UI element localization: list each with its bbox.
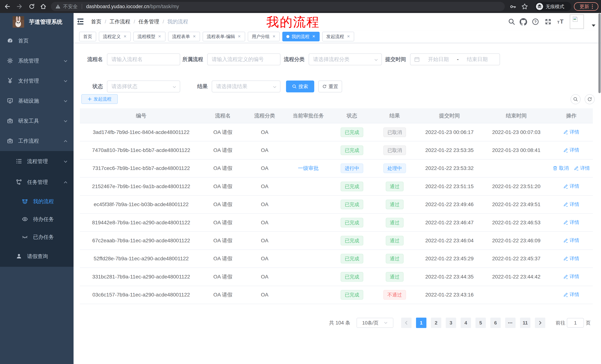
tag-tab[interactable]: 流程表单-编辑✕: [203, 32, 245, 41]
breadcrumb-item[interactable]: 工作流程: [110, 18, 130, 25]
url-host[interactable]: dashboard.yudao.iocoder.cn: [86, 4, 149, 10]
detail-link[interactable]: 详情: [563, 183, 579, 189]
sidebar-item-7[interactable]: 流程管理: [0, 151, 74, 172]
detail-link[interactable]: 详情: [563, 291, 579, 298]
sidebar-item-3[interactable]: 支付管理: [0, 71, 74, 91]
filter-label: 所属流程: [181, 56, 203, 63]
close-icon[interactable]: ✕: [347, 34, 350, 38]
prev-page-button[interactable]: [401, 318, 411, 328]
close-icon[interactable]: ✕: [312, 34, 315, 38]
start-date-placeholder[interactable]: 开始日期: [420, 56, 457, 63]
help-icon[interactable]: ?: [532, 18, 539, 25]
breadcrumb-item[interactable]: 首页: [91, 18, 101, 25]
next-page-button[interactable]: [535, 318, 545, 328]
category-select[interactable]: 请选择流程分类: [309, 53, 382, 65]
process-def-input[interactable]: 请输入流程定义的编号: [207, 53, 280, 65]
sidebar-item-4[interactable]: 基础设施: [0, 91, 74, 111]
browser-menu-icon[interactable]: [592, 4, 593, 9]
search-icon[interactable]: [508, 18, 515, 25]
page-button[interactable]: 1: [416, 318, 426, 328]
url-path[interactable]: /bpm/task/my: [149, 4, 179, 10]
reset-button[interactable]: 重置: [318, 80, 342, 92]
close-icon[interactable]: ✕: [238, 34, 241, 38]
avatar-dropdown-caret[interactable]: [592, 25, 595, 29]
close-icon[interactable]: ✕: [272, 34, 276, 38]
date-separator: -: [457, 56, 459, 62]
bookmark-star-icon[interactable]: [521, 3, 529, 10]
page-button[interactable]: 4: [461, 318, 471, 328]
result-select[interactable]: 请选择流结果: [212, 80, 280, 92]
sidebar-item-11[interactable]: 已办任务: [0, 228, 74, 246]
tag-tab[interactable]: 流程表单✕: [168, 32, 200, 41]
create-process-button[interactable]: 发起流程: [81, 94, 118, 104]
tag-tab[interactable]: 首页: [79, 32, 96, 41]
search-button[interactable]: 搜索: [286, 80, 314, 92]
page-button[interactable]: 5: [475, 318, 486, 328]
cell-status: 已完成: [331, 268, 373, 286]
detail-link[interactable]: 详情: [563, 201, 579, 208]
page-size-select[interactable]: 10条/页: [357, 318, 393, 328]
table-column-header: 状态: [331, 108, 373, 123]
detail-link[interactable]: 详情: [574, 165, 590, 172]
page-button[interactable]: 6: [490, 318, 501, 328]
table-search-toggle-button[interactable]: [571, 94, 581, 104]
detail-link[interactable]: 详情: [563, 273, 579, 280]
date-range-input[interactable]: 开始日期 - 结束日期: [410, 53, 500, 65]
forward-icon[interactable]: [16, 3, 23, 10]
filter-label: 状态: [92, 83, 103, 90]
sidebar-item-1[interactable]: 首页: [0, 31, 74, 51]
pagination-ellipsis[interactable]: •••: [505, 318, 516, 328]
cancel-link[interactable]: 取消: [553, 165, 569, 172]
task-link[interactable]: 一级审批: [298, 165, 319, 171]
back-icon[interactable]: [3, 3, 11, 10]
sidebar-item-10[interactable]: 待办任务: [0, 211, 74, 228]
cell-category: OA: [243, 177, 286, 195]
close-icon[interactable]: ✕: [158, 34, 161, 38]
detail-link[interactable]: 详情: [563, 237, 579, 244]
end-date-placeholder[interactable]: 结束日期: [459, 56, 496, 63]
sidebar-item-6[interactable]: 工作流程: [0, 131, 74, 151]
detail-link[interactable]: 详情: [563, 147, 579, 153]
tag-tab[interactable]: 流程模型✕: [133, 32, 165, 41]
fullscreen-icon[interactable]: [545, 18, 551, 25]
page-button[interactable]: 11: [520, 318, 531, 328]
password-key-icon[interactable]: [509, 3, 517, 10]
address-bar[interactable]: 不安全 dashboard.yudao.iocoder.cn/bpm/task/…: [51, 2, 505, 11]
reload-icon[interactable]: [28, 3, 36, 10]
tag-tab[interactable]: 用户分组✕: [248, 32, 280, 41]
sidebar-collapse-icon[interactable]: [77, 18, 84, 25]
process-name-input[interactable]: 请输入流程名: [107, 53, 180, 65]
breadcrumb-item[interactable]: 任务管理: [139, 18, 159, 25]
sidebar-item-2[interactable]: 系统管理: [0, 51, 74, 71]
detail-link[interactable]: 详情: [563, 219, 579, 226]
scrollbar-thumb[interactable]: [598, 13, 601, 93]
detail-link[interactable]: 详情: [563, 129, 579, 135]
cell-status: 已完成: [331, 286, 373, 304]
detail-link[interactable]: 详情: [563, 255, 579, 262]
sidebar-item-12[interactable]: 请假查询: [0, 246, 74, 267]
filter-label: 结果: [197, 83, 208, 90]
goto-page-input[interactable]: 1: [567, 318, 584, 328]
github-icon[interactable]: [520, 18, 527, 25]
browser-update-button[interactable]: 更新: [574, 2, 598, 11]
result-tag: 通过: [386, 272, 404, 282]
tag-tab[interactable]: 流程定义✕: [99, 32, 131, 41]
page-button[interactable]: 2: [431, 318, 441, 328]
avatar[interactable]: [570, 14, 584, 29]
sidebar-item-8[interactable]: 任务管理: [0, 172, 74, 192]
home-icon[interactable]: [39, 3, 47, 10]
app-logo[interactable]: 芋道管理系统: [0, 13, 74, 31]
sidebar-item-5[interactable]: 研发工具: [0, 111, 74, 131]
close-icon[interactable]: ✕: [193, 34, 196, 38]
security-label[interactable]: 不安全: [63, 3, 78, 10]
incognito-label: 无痕模式: [546, 3, 564, 10]
font-size-icon[interactable]: TT: [557, 18, 564, 25]
table-refresh-button[interactable]: [585, 94, 595, 104]
tag-tab[interactable]: 我的流程✕: [282, 32, 320, 41]
sidebar-item-9[interactable]: 我的流程: [0, 192, 74, 211]
page-button[interactable]: 3: [446, 318, 456, 328]
close-icon[interactable]: ✕: [123, 34, 127, 38]
cell-category: OA: [243, 196, 286, 213]
status-select[interactable]: 请选择状态: [107, 80, 180, 92]
tag-tab[interactable]: 发起流程✕: [322, 32, 354, 41]
